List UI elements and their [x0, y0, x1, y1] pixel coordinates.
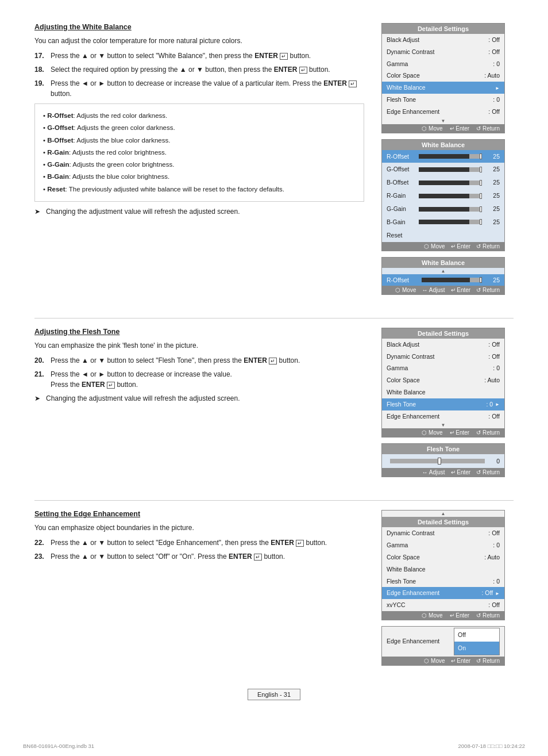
edge-step-23-num: 23.: [34, 551, 51, 562]
wb-bullet-bgain: B-Gain: Adjusts the blue color brightnes…: [43, 171, 356, 183]
page-number: English - 31: [248, 689, 300, 700]
footer-left: BN68-01691A-00Eng.indb 31: [23, 743, 94, 749]
wb-single-up-arrow: [441, 268, 446, 274]
edge-popup-move: ⬡ Move: [424, 658, 445, 664]
ds1-row-color-space: Color Space : Auto: [382, 70, 504, 82]
edge-step-23-text: Press the ▲ or ▼ button to select "Off" …: [51, 551, 364, 562]
flesh-value: 0: [488, 458, 500, 465]
wb-note: ➤ Changing the adjustment value will ref…: [34, 206, 364, 217]
flesh-thumb: [438, 458, 441, 465]
edge-left: Setting the Edge Enhancement You can emp…: [34, 510, 381, 671]
flesh-footer: ↔ Adjust ↵ Enter ↺ Return: [382, 468, 504, 477]
ds1-wb-arrow: [495, 83, 500, 93]
white-balance-intro: You can adjust the color temperature for…: [34, 36, 364, 46]
white-balance-left: Adjusting the White Balance You can adju…: [34, 23, 381, 301]
ds3-return: ↺ Return: [476, 612, 500, 619]
wb-step-18-text: Select the required option by pressing t…: [51, 64, 364, 75]
ds2-row-edge-enhancement: Edge Enhancement : Off: [382, 410, 504, 423]
ds2-row-black-adjust: Black Adjust : Off: [382, 339, 504, 351]
wb-bullet-ggain: G-Gain: Adjusts the green color brightne…: [43, 159, 356, 171]
wb-slider-roffset: R-Offset 25: [382, 150, 504, 163]
flesh-slider-row: 0: [382, 454, 504, 468]
wb-step-18-num: 18.: [34, 64, 51, 75]
wb-single-panel: White Balance R-Offset 25 ⬡ Move ↔ Adjus…: [381, 257, 505, 295]
ds2-ft-arrow: [495, 400, 500, 409]
flesh-tone-intro: You can emphasize the pink 'flesh tone' …: [34, 340, 364, 351]
ft-note-text: Changing the adjustment value will refre…: [46, 393, 240, 404]
wb-bullet-list: R-Offset: Adjusts the red color darkness…: [34, 103, 364, 202]
ft-step-20: 20. Press the ▲ or ▼ button to select "F…: [34, 355, 364, 366]
edge-popup-dropdown: Off On: [454, 628, 500, 655]
ft-step-21-text: Press the ◄ or ► button to decrease or i…: [51, 369, 364, 390]
wb-single-bar: [422, 278, 482, 282]
flesh-tone-title: Adjusting the Flesh Tone: [34, 328, 364, 336]
flesh-tone-right: Detailed Settings Black Adjust : Off Dyn…: [381, 328, 514, 483]
ds1-footer: ⬡ Move ↵ Enter ↺ Return: [382, 124, 504, 133]
wb-step-19-text: Press the ◄ or ► button to decrease or i…: [51, 78, 364, 99]
ds3-row-xvycc: xvYCC : Off: [382, 599, 504, 611]
wb-single-return: ↺ Return: [476, 287, 500, 293]
wb-rgain-thumb: [480, 193, 482, 199]
ds1-title: Detailed Settings: [382, 24, 504, 34]
wb-note-text: Changing the adjustment value will refre…: [46, 206, 240, 217]
wb-rgain-bar: [419, 194, 482, 198]
ds2-row-color-space: Color Space : Auto: [382, 374, 504, 386]
flesh-bar: [390, 459, 485, 463]
edge-enhancement-popup: Edge Enhancement Off On ⬡ Move ↵ Enter ↺…: [381, 626, 505, 666]
ds1-row-dynamic-contrast: Dynamic Contrast : Off: [382, 46, 504, 58]
ds2-scroll-indicator: [441, 423, 446, 428]
wb-roffset-thumb: [480, 153, 482, 159]
ds1-row-white-balance: White Balance: [382, 82, 504, 94]
ds3-up-indicator: [441, 511, 446, 516]
section-white-balance: Adjusting the White Balance You can adju…: [34, 23, 514, 301]
ft-step-20-text: Press the ▲ or ▼ button to select "Flesh…: [51, 355, 364, 366]
ds1-row-edge-enhancement: Edge Enhancement : Off: [382, 106, 504, 118]
wb-single-footer: ⬡ Move ↔ Adjust ↵ Enter ↺ Return: [382, 286, 504, 294]
divider-1: [34, 318, 514, 318]
ft-note: ➤ Changing the adjustment value will ref…: [34, 393, 364, 404]
wb-single-value: 25: [485, 277, 500, 283]
wb-roffset-fill: [419, 154, 469, 159]
white-balance-title: Adjusting the White Balance: [34, 23, 364, 31]
page-bottom: English - 31: [34, 689, 514, 700]
flesh-adjust: ↔ Adjust: [422, 469, 445, 475]
edge-popup-return: ↺ Return: [476, 658, 500, 664]
wb-sliders-footer: ⬡ Move ↵ Enter ↺ Return: [382, 242, 504, 251]
ds3-row-color-space: Color Space : Auto: [382, 551, 504, 563]
wb-bgain-bar: [419, 220, 482, 224]
wb-single-title: White Balance: [382, 258, 504, 268]
ds3-edge-arrow: [495, 589, 500, 598]
edge-popup-enter: ↵ Enter: [451, 658, 471, 664]
ds2-row-flesh-tone: Flesh Tone : 0: [382, 398, 504, 410]
ds2-row-gamma: Gamma : 0: [382, 362, 504, 374]
ds3-row-dynamic-contrast: Dynamic Contrast : Off: [382, 527, 504, 539]
wb-step-19: 19. Press the ◄ or ► button to decrease …: [34, 78, 364, 99]
wb-slider-bgain: B-Gain 25: [382, 216, 504, 229]
wb-single-move: ⬡ Move: [395, 287, 416, 293]
ds3-title: Detailed Settings: [382, 517, 504, 527]
wb-step-17-num: 17.: [34, 51, 51, 61]
ds2-move: ⬡ Move: [422, 429, 442, 436]
ds3-row-white-balance: White Balance: [382, 563, 504, 575]
ds1-return: ↺ Return: [476, 125, 500, 132]
flesh-enter: ↵ Enter: [451, 469, 471, 475]
ds1-row-flesh-tone: Flesh Tone : 0: [382, 94, 504, 106]
edge-step-22-num: 22.: [34, 538, 51, 548]
wb-bullet-reset: Reset: The previously adjusted white bal…: [43, 183, 356, 195]
edge-option-off[interactable]: Off: [454, 628, 499, 642]
wb-return: ↺ Return: [476, 243, 500, 250]
ds2-enter: ↵ Enter: [450, 429, 470, 436]
ds3-row-gamma: Gamma : 0: [382, 539, 504, 551]
ds2-footer: ⬡ Move ↵ Enter ↺ Return: [382, 428, 504, 437]
edge-step-23: 23. Press the ▲ or ▼ button to select "O…: [34, 551, 364, 562]
ds2-row-dynamic-contrast: Dynamic Contrast : Off: [382, 351, 504, 363]
wb-slider-boffset: B-Offset 25: [382, 176, 504, 189]
wb-bullet-goffset: G-Offset: Adjusts the green color darkne…: [43, 122, 356, 134]
edge-option-on[interactable]: On: [454, 642, 499, 655]
edge-popup-footer: ⬡ Move ↵ Enter ↺ Return: [382, 657, 504, 665]
section-edge-enhancement: Setting the Edge Enhancement You can emp…: [34, 510, 514, 671]
wb-single-roffset: R-Offset 25: [382, 274, 504, 286]
wb-goffset-fill: [419, 167, 469, 172]
wb-boffset-bar: [419, 181, 482, 185]
edge-step-22-text: Press the ▲ or ▼ button to select "Edge …: [51, 538, 364, 548]
